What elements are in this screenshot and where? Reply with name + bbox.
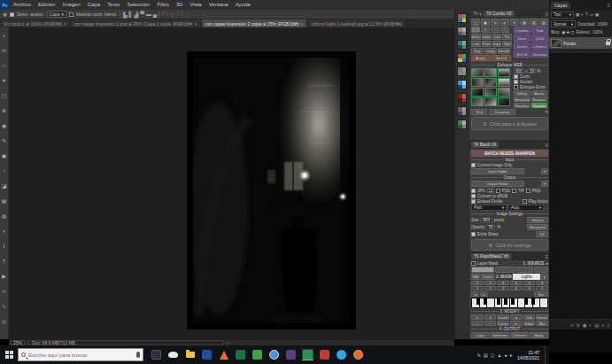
modify-button[interactable]: ≥	[484, 314, 497, 320]
close-icon[interactable]: ×	[195, 21, 198, 27]
combo-toolbar-icon[interactable]: ▣	[481, 19, 490, 26]
modify-button[interactable]: ≤	[471, 314, 484, 320]
tool-icon[interactable]: ▤	[0, 193, 9, 208]
taskbar-app-chat[interactable]	[151, 349, 162, 360]
menu-item[interactable]: Archivo	[10, 0, 35, 10]
fill-value[interactable]: 100%	[593, 30, 603, 35]
tk-menu-button[interactable]: TK ▸	[471, 109, 487, 115]
sharpen-pct-input[interactable]: 50	[528, 68, 536, 74]
combo-action-button[interactable]: Todo	[531, 27, 548, 34]
menu-item[interactable]: Ayuda	[232, 0, 254, 10]
layers-footer-icon[interactable]: fx	[577, 322, 580, 328]
combo-button[interactable]: Exp	[471, 48, 484, 54]
combo-action-button[interactable]: Granular	[531, 50, 548, 58]
source-arrow[interactable]: ▸	[546, 261, 548, 266]
acutance-checkbox[interactable]	[514, 80, 518, 84]
output-button[interactable]: Channel	[510, 332, 529, 338]
black-key[interactable]	[484, 298, 487, 305]
output-button[interactable]: Layer	[471, 332, 490, 338]
search-input[interactable]	[28, 352, 126, 358]
tray-icon[interactable]: ♦	[509, 352, 512, 358]
vignette-button[interactable]: Viñeta	[514, 90, 531, 96]
tool-icon[interactable]: ◗	[0, 223, 9, 238]
jpg-quality[interactable]: 12	[487, 188, 494, 193]
jpg-checkbox[interactable]	[471, 189, 476, 193]
tool-icon[interactable]: ▢	[0, 88, 9, 103]
menu-item[interactable]: Capa	[84, 0, 104, 10]
combo-toolbar-icon[interactable]: ▨	[539, 19, 548, 26]
menu-item[interactable]: Edición	[35, 0, 59, 10]
document-tab-active[interactable]: con capas Impresion 2 copia al 25% (RGB/…	[202, 19, 308, 27]
combo-action-button[interactable]: x Selecc	[531, 43, 548, 50]
layer-mask-checkbox[interactable]	[471, 261, 476, 266]
modify-button[interactable]: Levels	[497, 314, 509, 320]
tk-combo-tab[interactable]: TK Combo V6	[484, 11, 514, 17]
align-left-icon[interactable]: ▙	[123, 12, 127, 18]
start-button[interactable]	[0, 345, 18, 364]
extra-sharpen-checkbox[interactable]	[514, 85, 518, 89]
combo-button[interactable]: Paint	[482, 41, 492, 47]
layer-filter-dropdown[interactable]: Tipo▾	[551, 12, 574, 19]
brush-green-icon[interactable]: /	[491, 27, 500, 33]
tool-icon[interactable]: ✎	[0, 133, 9, 148]
document-tab[interactable]: con capas Impresion 1.psd al 25% (Capa 1…	[71, 19, 202, 27]
brush-gray-icon[interactable]: /	[500, 27, 509, 33]
combo-button[interactable]: Stencil	[492, 55, 511, 61]
combo-button[interactable]: Balanc	[482, 34, 492, 40]
taskbar-app-vlc[interactable]	[218, 349, 229, 360]
taskbar-app-explorer[interactable]	[184, 349, 196, 360]
menu-item[interactable]: Ventana	[205, 0, 232, 10]
combo-button[interactable]: Roll	[502, 41, 512, 47]
combo-button[interactable]: Lum	[471, 41, 481, 47]
mask-arrow-button[interactable]: ▸	[541, 274, 548, 280]
zone-prev-button[interactable]: ◂	[471, 291, 479, 297]
taskbar-app-active[interactable]	[302, 349, 314, 360]
tool-icon[interactable]: ℓ	[0, 238, 9, 253]
layers-footer-icon[interactable]: ◐	[590, 322, 593, 328]
fx-button[interactable]: FX	[536, 231, 548, 237]
taskbar-app-green[interactable]	[252, 349, 263, 360]
layers-footer-icon[interactable]: ▤	[595, 322, 600, 328]
tool-icon[interactable]: ▭	[0, 43, 9, 58]
save-button[interactable]: Guardar	[531, 103, 548, 108]
tray-icon[interactable]: ●	[504, 352, 507, 358]
combo-settings-hint[interactable]: ⚙Click para ir a Ajustes	[471, 117, 548, 130]
align-top-icon[interactable]: ▀	[140, 12, 143, 17]
layer-name[interactable]: Fondo	[563, 41, 576, 46]
tray-icon[interactable]: ▲	[497, 352, 501, 358]
opacity-value[interactable]: 100%	[598, 22, 608, 27]
collapsed-panel-icon[interactable]	[457, 40, 467, 50]
preset-thumbnail[interactable]	[498, 97, 510, 106]
collapsed-panel-icon[interactable]	[457, 120, 467, 129]
show-transform-checkbox[interactable]	[69, 12, 74, 17]
modify-button[interactable]: ◂	[510, 314, 523, 320]
distribute-4-icon[interactable]: ≡	[176, 12, 179, 17]
layers-footer-icon[interactable]: ∞	[570, 322, 574, 328]
user-menu-button[interactable]: Usuario ▸	[489, 109, 515, 115]
auto-select-checkbox[interactable]	[10, 12, 14, 17]
collapsed-panel-icon[interactable]	[457, 27, 467, 36]
tool-icon[interactable]: ◉	[0, 118, 9, 133]
layer-filter-icon[interactable]: ▭	[590, 12, 593, 17]
wb-button[interactable]: WB	[471, 274, 480, 280]
panel-menu-icon[interactable]: ≡	[545, 254, 548, 259]
preset-thumbnail[interactable]	[471, 88, 484, 97]
white-key[interactable]	[540, 298, 547, 307]
zone-button[interactable]: 4	[510, 281, 523, 285]
black-key[interactable]	[504, 298, 507, 305]
brush-black-icon[interactable]: /	[471, 27, 480, 33]
menu-item[interactable]: Imagen	[59, 0, 84, 10]
zone-next-button[interactable]: ▸	[480, 291, 488, 297]
align-right-icon[interactable]: ▟	[135, 12, 138, 18]
preset-thumbnail[interactable]	[498, 88, 510, 97]
combo-toolbar-icon[interactable]: ▦	[520, 19, 529, 26]
combo-action-button[interactable]: B & W	[514, 50, 531, 58]
layer-filter-icon[interactable]: T	[585, 12, 588, 17]
combo-toolbar-icon[interactable]: ▸	[500, 19, 509, 26]
combo-action-button[interactable]: Custom	[514, 27, 531, 34]
combo-action-button[interactable]: Invertir	[514, 43, 531, 50]
choose-button[interactable]: Escoger	[531, 97, 548, 102]
modify-button[interactable]: Blur	[536, 321, 548, 326]
taskbar-clock[interactable]: 21:47 14/05/2021	[515, 350, 542, 360]
align-middle-icon[interactable]: ▬	[146, 12, 151, 17]
